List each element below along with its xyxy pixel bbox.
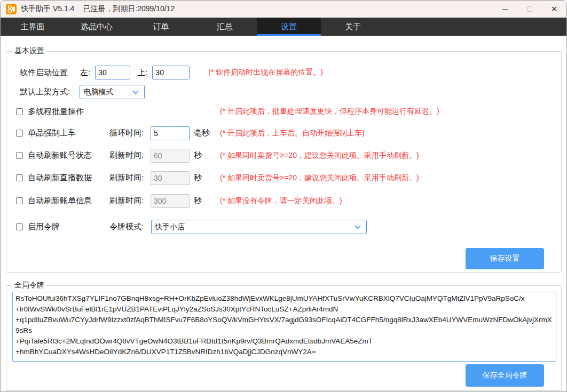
refresh-account-unit: 秒 [194,150,202,161]
license-status: 已注册，到期日:2099/10/12 [83,4,175,14]
maximize-button[interactable] [517,1,542,18]
force-board-label: 单品强制上车 [28,128,76,138]
refresh-bill-input[interactable] [151,194,190,208]
cycle-time-unit: 毫秒 [194,128,210,138]
left-label: 左: [80,68,90,78]
refresh-account-input[interactable] [151,149,190,163]
tab-settings[interactable]: 设置 [257,18,321,36]
listing-mode-label: 默认上架方式: [20,87,70,97]
refresh-account-checkbox[interactable] [16,152,23,159]
start-position-note: (* 软件启动时出现在屏幕的位置。) [208,68,323,77]
cycle-time-label: 循环时间: [109,128,144,138]
cycle-time-input[interactable] [151,126,190,140]
global-token-textarea[interactable]: RsToHOUfui36hTXSg7YLIF1no7GBnqH8xsg+RH+O… [12,292,556,362]
tab-summary[interactable]: 汇总 [193,18,257,36]
refresh-live-label: 自动刷新直播数据 [28,173,92,183]
save-global-token-button[interactable]: 保存全局令牌 [466,364,544,387]
tab-main[interactable]: 主界面 [1,18,65,36]
chevron-down-icon [133,88,139,94]
refresh-live-note: (* 如果同时卖货号>=20，建议您关闭此项。采用手动刷新。) [220,173,419,183]
refresh-bill-checkbox[interactable] [16,197,23,204]
multi-thread-note: (* 开启此项后，批量处理速度更快，但程序本身可能运行有延迟。) [220,107,439,116]
maximize-icon [527,6,532,12]
refresh-bill-label: 自动刷新账单信息 [28,196,92,206]
nav-bar: 主界面 选品中心 订单 汇总 设置 关于 [1,18,566,36]
tab-orders[interactable]: 订单 [129,18,193,36]
app-title: 快手助手 V5.1.4 [21,4,74,14]
token-mode-value: 快手小店 [152,222,351,232]
title-bar: 快手助手 V5.1.4 已注册，到期日:2099/10/12 ✕ [1,1,566,18]
start-position-label: 软件启动位置 [20,68,68,78]
refresh-account-note: (* 如果同时卖货号>=20，建议您关闭此项。采用手动刷新。) [220,151,419,161]
multi-thread-checkbox[interactable] [16,108,23,115]
start-top-input[interactable] [152,66,190,79]
kuaishou-logo-icon [6,4,17,14]
minimize-button[interactable] [493,1,517,18]
refresh-bill-unit: 秒 [194,196,202,206]
tab-product-center[interactable]: 选品中心 [65,18,129,36]
refresh-live-checkbox[interactable] [16,174,23,181]
basic-settings-legend: 基本设置 [12,46,47,56]
force-board-note: (* 开启此项后，上车后。自动开始强制上车) [220,129,365,138]
token-mode-label: 令牌模式: [109,222,144,232]
top-label: 上: [137,68,147,78]
force-board-checkbox[interactable] [16,130,23,137]
refresh-account-time-label: 刷新时间: [109,150,144,161]
chevron-down-icon [355,223,360,229]
listing-mode-select[interactable]: 电脑模式 [80,85,145,99]
global-token-legend: 全局令牌 [12,281,47,290]
token-mode-select[interactable]: 快手小店 [151,220,367,234]
refresh-live-time-label: 刷新时间: [109,173,144,183]
global-token-group: 全局令牌 RsToHOUfui36hTXSg7YLIF1no7GBnqH8xsg… [6,285,562,391]
save-settings-button[interactable]: 保存设置 [466,248,544,269]
app-window: 快手助手 V5.1.4 已注册，到期日:2099/10/12 ✕ 主界面 选品中… [0,0,567,392]
refresh-bill-note: (* 如果没有令牌，请一定关闭此项。) [220,196,342,206]
window-controls: ✕ [493,1,566,18]
basic-settings-group: 基本设置 软件启动位置 左: 上: (* 软件启动时出现在屏幕的位置。) 默认上… [6,51,562,273]
close-icon: ✕ [551,4,558,14]
refresh-account-label: 自动刷新账号状态 [28,150,92,161]
listing-mode-value: 电脑模式 [80,87,129,97]
close-button[interactable]: ✕ [542,1,566,18]
tab-about[interactable]: 关于 [321,18,385,36]
minimize-icon [502,9,508,10]
enable-token-checkbox[interactable] [16,223,23,230]
enable-token-label: 启用令牌 [28,222,60,232]
start-left-input[interactable] [95,66,130,79]
refresh-live-input[interactable] [151,171,190,185]
refresh-live-unit: 秒 [194,173,202,183]
multi-thread-label: 多线程批量操作 [28,107,84,117]
refresh-bill-time-label: 刷新时间: [109,196,144,206]
